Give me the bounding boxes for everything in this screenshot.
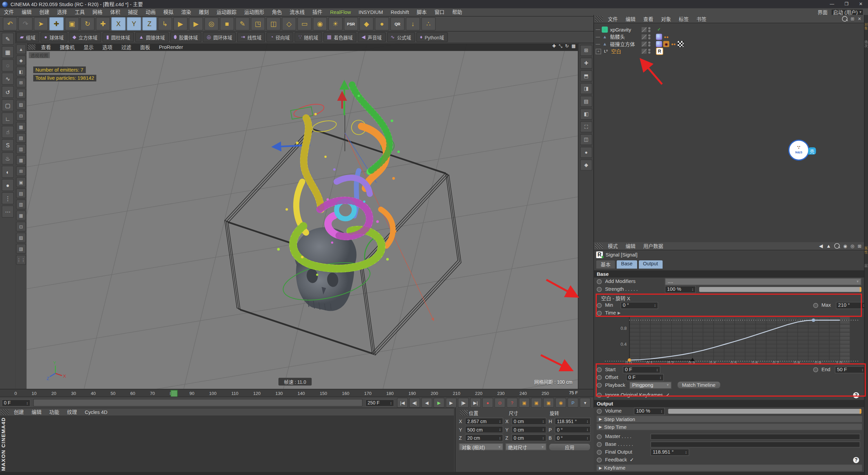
anim-dot[interactable] [597, 367, 602, 372]
rotation-p-input[interactable]: 0 °↕ [555, 426, 591, 433]
solo-mode-button[interactable]: S [2, 139, 14, 151]
coordinate-system-button[interactable]: ↳ [158, 17, 172, 31]
dock-split-icon[interactable]: ◫ [580, 134, 592, 145]
simulation-button[interactable]: ♨ [2, 152, 14, 165]
object-row-collision-cube[interactable]: — ▲ 碰撞立方体 ◉ ●● [594, 40, 865, 48]
anim-dot[interactable] [597, 279, 602, 284]
camera-button[interactable]: ◉ [313, 17, 327, 31]
list-10-button[interactable]: ▨ [16, 233, 26, 243]
points-mode-button[interactable]: ⋮ [2, 192, 14, 205]
grip-icon[interactable] [595, 16, 603, 21]
move-tool[interactable]: ✚ [49, 17, 63, 31]
render-picture-viewer-button[interactable]: ▶ [189, 17, 203, 31]
orange-ball-button[interactable]: ● [2, 179, 14, 191]
viewport-menu-item[interactable]: 显示 [79, 43, 98, 51]
texture-mode-button[interactable]: ◌ [2, 59, 14, 72]
anim-dot[interactable] [597, 382, 602, 387]
list-5-button[interactable]: ▣ [16, 177, 26, 187]
y-axis-lock-button[interactable]: Y [127, 17, 141, 31]
playback-options-button[interactable]: ▾ [579, 398, 591, 407]
position-z-input[interactable]: 20 cm↕ [465, 434, 503, 441]
undo-button[interactable]: ↶ [3, 17, 17, 31]
tab-attributes-vertical[interactable]: 属性 [865, 247, 868, 254]
menu-item[interactable]: 网格 [88, 8, 106, 16]
object-row-null[interactable]: + L⁰ 空白 R [594, 48, 865, 55]
previous-frame-button[interactable]: ◀ [421, 398, 432, 407]
end-input[interactable]: 50 F↕ [835, 366, 866, 373]
cylinder-field-button[interactable]: ▮圆柱体域 [102, 32, 134, 42]
keyframe-selection-button[interactable]: ? [507, 398, 518, 407]
mat-menu-item[interactable]: 创建 [10, 408, 27, 416]
dock-layout-icon[interactable]: ⊞ [580, 45, 592, 56]
python-field-button[interactable]: ♦Python域 [416, 32, 448, 42]
match-timeline-button[interactable]: Match Timeline [677, 381, 721, 389]
final-output-input[interactable]: 118.951 °↕ [650, 449, 689, 456]
dock-left-icon[interactable]: ◧ [580, 109, 592, 120]
menu-item[interactable]: 文件 [0, 8, 18, 16]
mirror-button[interactable]: ◧ [16, 66, 26, 76]
object-name[interactable]: 空白 [611, 48, 621, 55]
dock-top-icon[interactable]: ⬒ [580, 70, 592, 81]
material-tag[interactable] [656, 41, 662, 47]
coordinate-mode-select[interactable]: 对象 (相对)▾ [459, 443, 503, 450]
menu-item[interactable]: 流水线 [286, 8, 309, 16]
record-parameter-toggle[interactable]: ◉ [555, 398, 567, 407]
diamond-tool-button[interactable]: ◆ [359, 17, 374, 31]
add-modifiers-select[interactable]: ....▾ [665, 278, 862, 285]
size-x-input[interactable]: 0 cm↕ [512, 418, 547, 425]
menu-item[interactable]: 窗口 [431, 8, 448, 16]
step-time-group[interactable]: ▶Step Time [596, 423, 862, 430]
viewport-menu-item[interactable]: 摄像机 [55, 43, 79, 51]
expand-icon[interactable]: + [596, 49, 601, 54]
spherical-field-button[interactable]: ●球体域 [40, 32, 67, 42]
anim-dot[interactable] [597, 375, 602, 380]
menu-item[interactable]: 捕捉 [124, 8, 142, 16]
om-menu-item[interactable]: 标签 [675, 15, 692, 22]
material-manager-area[interactable]: MAXON CINEMA4D [0, 415, 454, 472]
group-field-button[interactable]: ▰组域 [16, 32, 39, 42]
om-menu-item[interactable]: 书签 [693, 15, 710, 22]
list-8-button[interactable]: ▦ [16, 210, 26, 220]
timeline-slider[interactable] [33, 399, 362, 407]
play-button[interactable]: ▶ [433, 398, 445, 407]
menu-item[interactable]: Redshift [387, 8, 413, 16]
anim-dot[interactable] [597, 442, 602, 447]
volume-input[interactable]: 100 %↕ [634, 407, 665, 415]
anim-dot[interactable] [813, 367, 818, 372]
grip-icon[interactable] [460, 410, 468, 415]
object-name[interactable]: 碰撞立方体 [610, 40, 635, 48]
dock-material-icon[interactable]: ◆ [580, 159, 592, 171]
generator-button[interactable]: ◫ [266, 17, 280, 31]
maximize-button[interactable]: ❐ [839, 0, 853, 8]
anim-dot[interactable] [813, 303, 818, 308]
go-to-start-button[interactable]: |◀ [397, 398, 408, 407]
menu-item[interactable]: 角色 [268, 8, 286, 16]
time-curve-graph[interactable]: 0.80.40.00.10.20.30.40.50.60.70.80.91.0 [594, 317, 865, 366]
rotate-mode-button[interactable]: ↺ [2, 86, 14, 98]
menu-item[interactable]: 动画 [142, 8, 159, 16]
grip-icon[interactable] [28, 44, 36, 50]
array-button[interactable]: ⊞ [16, 78, 26, 88]
menu-item[interactable]: 脚本 [413, 8, 431, 16]
attr-menu-item[interactable]: 编辑 [622, 242, 639, 249]
download-button[interactable]: ↓ [406, 17, 420, 31]
mat-menu-item[interactable]: Cycles 4D [81, 408, 111, 416]
search-icon[interactable] [834, 243, 840, 249]
list-6-button[interactable]: ▤ [16, 188, 26, 198]
grid-d-button[interactable]: ▩ [16, 122, 26, 132]
axis-mode-button[interactable]: ☝ [2, 126, 14, 138]
spline-edit-button[interactable]: ∿ [2, 73, 14, 85]
menu-item[interactable]: 创建 [36, 8, 53, 16]
visibility-toggle[interactable] [642, 34, 647, 39]
visibility-toggle[interactable] [642, 41, 647, 46]
output-section-header[interactable]: Output [594, 400, 865, 407]
anim-dot[interactable] [597, 393, 602, 398]
scale-tool[interactable]: ▣ [65, 17, 79, 31]
visibility-toggle[interactable] [642, 49, 647, 54]
dock-rows-icon[interactable]: ▤ [580, 96, 592, 107]
apply-button[interactable]: 应用 [549, 443, 591, 451]
linear-field-button[interactable]: ⇥线性域 [237, 32, 265, 42]
om-menu-item[interactable]: 文件 [604, 15, 622, 22]
object-row-skull[interactable]: — ▲ 骷髅头 ●● [594, 33, 865, 40]
psr-button[interactable]: PSR [344, 17, 358, 31]
